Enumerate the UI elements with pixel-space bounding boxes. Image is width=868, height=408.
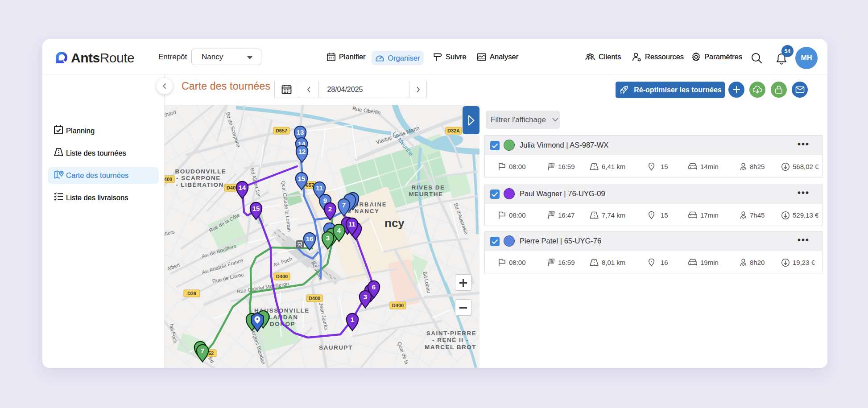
svg-text:- LIBÉRATION: - LIBÉRATION: [176, 181, 224, 188]
svg-text:4: 4: [337, 227, 341, 234]
svg-text:D32A: D32A: [447, 128, 460, 133]
svg-text:15: 15: [252, 205, 260, 212]
svg-text:SAINT-PIERRE: SAINT-PIERRE: [426, 330, 477, 337]
svg-text:- RENÉ II -: - RENÉ II -: [432, 337, 469, 343]
svg-text:MARCEL BROT: MARCEL BROT: [425, 344, 476, 350]
svg-text:- SCARPONE: - SCARPONE: [176, 175, 221, 181]
svg-text:- DONOP: - DONOP: [265, 321, 295, 327]
svg-text:D657: D657: [276, 128, 287, 133]
svg-text:MEURTHE: MEURTHE: [409, 191, 443, 198]
svg-text:14: 14: [239, 184, 246, 191]
svg-text:9: 9: [323, 197, 327, 204]
svg-text:ncy: ncy: [384, 216, 405, 230]
svg-text:D400: D400: [165, 177, 172, 182]
svg-text:7: 7: [201, 347, 204, 354]
svg-text:3: 3: [364, 293, 367, 301]
svg-text:11: 11: [316, 184, 323, 192]
svg-text:BOUDONVILLE: BOUDONVILLE: [175, 168, 227, 175]
svg-text:52: 52: [208, 350, 214, 356]
svg-text:D400: D400: [309, 296, 320, 301]
svg-text:D39: D39: [187, 291, 196, 296]
svg-text:1: 1: [351, 316, 354, 323]
svg-text:7: 7: [342, 201, 346, 209]
svg-text:2: 2: [328, 205, 332, 213]
svg-text:6: 6: [372, 283, 376, 291]
svg-text:SAURUPT: SAURUPT: [319, 344, 353, 351]
svg-text:15: 15: [298, 175, 306, 182]
svg-text:3: 3: [326, 234, 330, 242]
svg-text:16: 16: [306, 235, 314, 243]
svg-text:13: 13: [297, 128, 304, 136]
svg-text:12: 12: [298, 148, 306, 155]
svg-text:RIVES DE: RIVES DE: [411, 184, 445, 191]
svg-text:D400: D400: [392, 303, 404, 308]
svg-text:D400: D400: [276, 274, 288, 279]
svg-text:11: 11: [348, 220, 355, 228]
